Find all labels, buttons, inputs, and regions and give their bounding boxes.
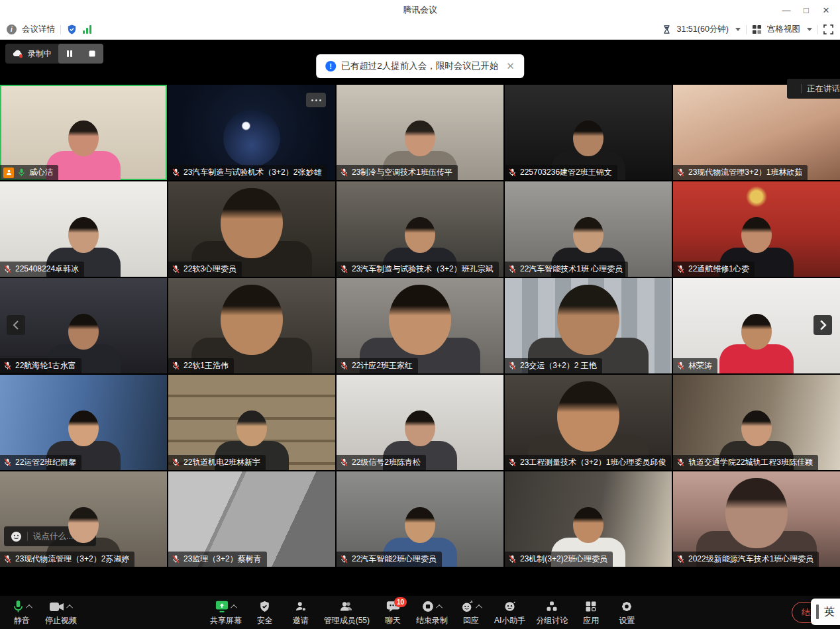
- video-tile[interactable]: 23现代物流管理3+2）1班林欣茹: [673, 85, 840, 180]
- video-tile[interactable]: 22软3心理委员: [168, 181, 335, 277]
- participant-name-label: 2022级新能源汽车技术1班心理委员: [673, 552, 819, 567]
- emoji-icon[interactable]: [11, 531, 22, 542]
- video-tile[interactable]: 23监理（3+2）蔡树青: [168, 471, 335, 567]
- mic-icon: [12, 600, 25, 613]
- video-tile[interactable]: 22计应2班王家红: [337, 278, 503, 373]
- stop-recording-button[interactable]: 结束录制: [411, 596, 453, 629]
- mic-muted-icon: [172, 265, 180, 273]
- video-tile[interactable]: 23制冷与空调技术1班伍传平: [337, 85, 503, 180]
- participant-name-label: 22运管2班纪雨馨: [0, 455, 81, 470]
- reactions-button[interactable]: 回应: [453, 596, 489, 629]
- timer-dropdown-icon[interactable]: [735, 28, 741, 31]
- participant-name-label: 林荣涛: [673, 358, 717, 373]
- chat-button[interactable]: 10 聊天: [375, 596, 411, 629]
- video-tile[interactable]: 22汽车智能2班心理委员: [337, 471, 503, 567]
- share-screen-button[interactable]: 共享屏幕: [205, 596, 247, 629]
- video-tile[interactable]: 22软1王浩伟: [168, 278, 335, 373]
- stop-video-button[interactable]: 停止视频: [40, 596, 82, 629]
- grid-view-icon: [752, 24, 762, 34]
- ai-assistant-button[interactable]: AI小助手: [489, 596, 531, 629]
- view-mode-selector[interactable]: 宫格视图: [767, 24, 800, 35]
- close-button[interactable]: ✕: [816, 5, 836, 15]
- video-tile[interactable]: 22汽车智能技术1班 心理委员: [505, 181, 672, 277]
- participant-name-label: 23现代物流管理3+2）1班林欣茹: [673, 165, 808, 180]
- recording-pill: 录制中: [5, 44, 103, 64]
- mic-muted-icon: [3, 362, 12, 370]
- video-tile[interactable]: 22通航维修1心委: [673, 181, 840, 277]
- video-tile[interactable]: 23汽车制造与试验机术（3+2）2张妙雄: [168, 85, 335, 180]
- banner-close-icon[interactable]: ✕: [506, 60, 515, 72]
- participant-name-label: 22计应2班王家红: [337, 358, 418, 373]
- video-options-chevron[interactable]: [66, 604, 73, 610]
- mic-muted-icon: [172, 168, 180, 177]
- recording-status-label: 录制中: [28, 48, 52, 60]
- video-stage: 录制中 ! 已有超过2人提前入会，限时会议已开始 ✕: [0, 40, 840, 596]
- fullscreen-icon[interactable]: [823, 24, 833, 34]
- mic-muted-icon: [340, 168, 348, 177]
- participant-name-label: 225703236建管2班王锦文: [505, 165, 617, 180]
- reactions-options-chevron[interactable]: [476, 604, 482, 610]
- video-tile[interactable]: 23现代物流管理（3+2）2苏淑婷: [0, 471, 167, 567]
- participant-name-label: 轨道交通学院22城轨工程3班陈佳颖: [673, 455, 818, 470]
- host-badge-icon: [3, 168, 14, 178]
- video-tile[interactable]: 轨道交通学院22城轨工程3班陈佳颖: [673, 375, 840, 470]
- settings-button[interactable]: 设置: [609, 596, 645, 629]
- participant-name-label: 23现代物流管理（3+2）2苏淑婷: [0, 552, 134, 567]
- info-icon: i: [7, 24, 17, 34]
- video-tile[interactable]: 22级信号2班陈青松: [337, 375, 503, 470]
- apps-icon: [584, 600, 598, 613]
- maximize-button[interactable]: □: [796, 5, 816, 15]
- record-options-chevron[interactable]: [436, 604, 443, 610]
- invite-button[interactable]: 邀请: [283, 596, 319, 629]
- minimize-button[interactable]: —: [776, 5, 796, 15]
- prev-page-button[interactable]: [7, 315, 25, 335]
- participant-name-label: 22软3心理委员: [168, 262, 242, 277]
- apps-button[interactable]: 应用: [573, 596, 609, 629]
- video-tile[interactable]: 23汽车制造与试验技术（3+2）班孔宗斌: [337, 181, 503, 277]
- mic-muted-icon: [340, 362, 348, 370]
- mic-muted-icon: [340, 458, 348, 467]
- view-dropdown-icon[interactable]: [807, 28, 812, 31]
- mic-muted-icon: [508, 265, 517, 273]
- security-shield-icon[interactable]: [66, 24, 78, 35]
- participant-avatar: [223, 110, 280, 167]
- video-tile[interactable]: 225408224卓韩冰: [0, 181, 167, 277]
- video-tile[interactable]: 威心洁: [0, 85, 167, 180]
- mic-muted-icon: [676, 555, 685, 563]
- video-tile[interactable]: 23交运（3+2）2 王艳: [505, 278, 672, 373]
- participant-name-label: 威心洁: [0, 165, 58, 180]
- pause-recording-button[interactable]: [58, 44, 81, 64]
- participant-name-label: 23机制(3+2)2班心理委员: [505, 552, 613, 567]
- mic-options-chevron[interactable]: [26, 604, 32, 610]
- network-signal-icon[interactable]: [83, 25, 91, 34]
- mic-muted-icon: [172, 555, 180, 563]
- more-options-button[interactable]: [306, 93, 326, 107]
- titlebar: 腾讯会议 — □ ✕: [0, 0, 840, 20]
- meeting-details-link[interactable]: 会议详情: [22, 24, 55, 35]
- mic-muted-icon: [676, 362, 685, 370]
- video-tile[interactable]: 22轨道机电2班林新宇: [168, 375, 335, 470]
- video-tile[interactable]: 23工程测量技术（3+2）1班心理委员邱俊: [505, 375, 672, 470]
- tencent-meeting-window: 腾讯会议 — □ ✕ i 会议详情 31:51(60分钟) 宫格视图: [0, 0, 840, 629]
- chat-input-placeholder[interactable]: 说点什么...: [33, 531, 73, 542]
- bottom-toolbar: 静音 停止视频 共享屏幕 安: [0, 596, 840, 629]
- mic-muted-icon: [3, 265, 12, 273]
- breakout-rooms-button[interactable]: 分组讨论: [531, 596, 573, 629]
- video-tile[interactable]: 22运管2班纪雨馨: [0, 375, 167, 470]
- invite-icon: [294, 600, 307, 613]
- manage-members-button[interactable]: 管理成员(55): [319, 596, 375, 629]
- camera-icon: [49, 601, 65, 612]
- notification-banner: ! 已有超过2人提前入会，限时会议已开始 ✕: [316, 54, 524, 78]
- video-tile[interactable]: 2022级新能源汽车技术1班心理委员: [673, 471, 840, 567]
- chat-unread-badge: 10: [394, 597, 407, 607]
- security-button[interactable]: 安全: [247, 596, 283, 629]
- hourglass-icon: [662, 24, 671, 34]
- video-tile[interactable]: 225703236建管2班王锦文: [505, 85, 672, 180]
- stop-recording-small-button[interactable]: [81, 44, 103, 64]
- video-tile[interactable]: 23机制(3+2)2班心理委员: [505, 471, 672, 567]
- mic-muted-icon: [676, 168, 685, 177]
- share-options-chevron[interactable]: [231, 604, 237, 610]
- mute-button[interactable]: 静音: [4, 596, 40, 629]
- mic-muted-icon: [508, 362, 517, 370]
- next-page-button[interactable]: [814, 315, 832, 335]
